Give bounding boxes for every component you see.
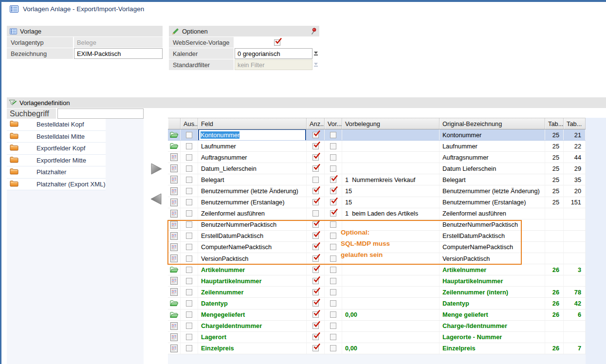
vorbelegung-cell[interactable] xyxy=(342,231,440,241)
vorbelegung-cell[interactable]: 0,00 xyxy=(342,309,440,320)
feld-edit-input[interactable]: Kontonummer xyxy=(198,129,306,140)
vorbelegung-cell[interactable] xyxy=(342,298,440,309)
vor-checkbox[interactable] xyxy=(330,132,336,138)
vorbelegung-cell[interactable] xyxy=(342,219,440,230)
feld-cell[interactable]: Belegart xyxy=(198,174,307,185)
table-row[interactable]: ZeilennummerZeilennummer (intern)2678 xyxy=(168,287,586,298)
vorbelegung-cell[interactable]: 1 Nummernkreis Verkauf xyxy=(342,174,440,185)
anz-checkbox[interactable] xyxy=(312,334,319,340)
table-row[interactable]: Mengegeliefert0,00Menge geliefert266 xyxy=(168,309,586,321)
aus-checkbox[interactable] xyxy=(186,132,192,138)
vorbelegung-cell[interactable] xyxy=(342,129,440,140)
table-row[interactable]: VersionPacktischVersionPacktisch xyxy=(168,253,586,264)
move-right-button[interactable] xyxy=(149,162,164,176)
table-row[interactable]: ErstellDatumPacktischErstellDatumPacktis… xyxy=(168,231,586,242)
vorbelegung-cell[interactable] xyxy=(342,287,440,297)
vorbelegung-cell[interactable] xyxy=(342,242,440,253)
vor-checkbox[interactable] xyxy=(330,199,336,205)
suchbegriff-input[interactable] xyxy=(58,109,145,118)
anz-checkbox[interactable] xyxy=(312,311,319,318)
aus-checkbox[interactable] xyxy=(186,334,192,340)
folder-list-item[interactable]: Platzhalter xyxy=(7,166,106,179)
vor-checkbox[interactable] xyxy=(330,323,336,329)
anz-checkbox[interactable] xyxy=(312,255,319,262)
aus-checkbox[interactable] xyxy=(186,345,192,351)
feld-cell[interactable]: Benutzernummer (letzte Änderung) xyxy=(198,185,307,196)
aus-checkbox[interactable] xyxy=(186,278,192,284)
vor-checkbox[interactable] xyxy=(330,345,336,351)
anz-checkbox[interactable] xyxy=(312,323,319,329)
vorbelegung-cell[interactable] xyxy=(342,275,440,286)
feld-cell[interactable]: Datum_Lieferschein xyxy=(198,163,307,174)
vor-checkbox[interactable] xyxy=(330,154,336,161)
table-row[interactable]: BenutzerNummerPacktischBenutzerNummerPac… xyxy=(168,219,586,231)
vor-checkbox[interactable] xyxy=(330,334,336,340)
anz-checkbox[interactable] xyxy=(312,267,319,273)
anz-checkbox[interactable] xyxy=(312,233,319,239)
vor-checkbox[interactable] xyxy=(330,210,336,217)
anz-checkbox[interactable] xyxy=(312,188,319,194)
column-header-anz[interactable]: Anz... xyxy=(307,118,325,129)
column-header-vor[interactable]: Vor... xyxy=(325,118,342,129)
vorbelegung-cell[interactable]: 15 xyxy=(342,197,440,208)
vor-checkbox[interactable] xyxy=(330,289,336,295)
vor-checkbox[interactable] xyxy=(330,188,336,194)
aus-checkbox[interactable] xyxy=(186,188,192,194)
table-row[interactable]: ComputerNamePacktischComputerNamePacktis… xyxy=(168,242,586,253)
vor-checkbox[interactable] xyxy=(330,278,336,284)
feld-cell[interactable]: Artikelnummer xyxy=(198,264,307,275)
folder-list-item[interactable]: Platzhalter (Export XML) xyxy=(7,179,106,191)
vorbelegung-cell[interactable]: 1 beim Laden des Artikels xyxy=(342,208,440,219)
vorbelegung-cell[interactable] xyxy=(342,264,440,275)
table-row[interactable]: ChargeIdentnummerCharge-/Identnummer xyxy=(168,321,586,332)
anz-checkbox[interactable] xyxy=(312,177,319,183)
column-header-icon[interactable] xyxy=(168,118,181,129)
vor-checkbox[interactable] xyxy=(330,143,336,149)
feld-cell[interactable]: Zeilenformel ausführen xyxy=(198,208,307,219)
folder-list-item[interactable]: Bestelldatei Kopf xyxy=(7,119,106,131)
table-row[interactable]: KontonummerKontonummer2521 xyxy=(168,129,586,141)
vorbelegung-cell[interactable]: 0,00 xyxy=(342,343,440,354)
column-header-original-bezeichnung[interactable]: Original-Bezeichnung xyxy=(440,118,545,129)
vor-checkbox[interactable] xyxy=(330,165,336,172)
aus-checkbox[interactable] xyxy=(186,311,192,318)
feld-cell[interactable]: ChargeIdentnummer xyxy=(198,321,307,331)
feld-cell[interactable]: Benutzernummer (Erstanlage) xyxy=(198,197,307,208)
aus-checkbox[interactable] xyxy=(186,199,192,205)
column-header-aus[interactable]: Aus... xyxy=(181,118,198,129)
feld-cell[interactable]: VersionPacktisch xyxy=(198,253,307,264)
feld-cell[interactable]: BenutzerNummerPacktisch xyxy=(198,219,307,230)
anz-checkbox[interactable] xyxy=(312,154,319,161)
anz-checkbox[interactable] xyxy=(312,244,319,250)
column-header-tab[interactable]: Tab... xyxy=(564,118,586,129)
aus-checkbox[interactable] xyxy=(186,300,192,307)
folder-list-item[interactable]: Bestelldatei Mitte xyxy=(7,131,106,143)
table-row[interactable]: HauptartikelnummerHauptartikelnummer xyxy=(168,275,586,287)
vor-checkbox[interactable] xyxy=(330,221,336,228)
vorbelegung-cell[interactable] xyxy=(342,253,440,264)
aus-checkbox[interactable] xyxy=(186,233,192,239)
folder-list-item[interactable]: Exportfelder Mitte xyxy=(7,155,106,167)
vorbelegung-cell[interactable] xyxy=(342,332,440,343)
aus-checkbox[interactable] xyxy=(186,143,192,149)
aus-checkbox[interactable] xyxy=(186,210,192,217)
table-row[interactable]: Zeilenformel ausführen1 beim Laden des A… xyxy=(168,208,586,219)
aus-checkbox[interactable] xyxy=(186,255,192,262)
feld-cell[interactable]: Laufnummer xyxy=(198,141,307,151)
anz-checkbox[interactable] xyxy=(312,278,319,284)
table-row[interactable]: Benutzernummer (letzte Änderung)15Benutz… xyxy=(168,185,586,197)
anz-checkbox[interactable] xyxy=(312,165,319,172)
vor-checkbox[interactable] xyxy=(330,177,336,183)
anz-checkbox[interactable] xyxy=(312,300,319,307)
table-row[interactable]: Datum_LieferscheinDatum Lieferschein2529 xyxy=(168,163,586,174)
table-row[interactable]: DatentypDatentyp2642 xyxy=(168,298,586,309)
anz-checkbox[interactable] xyxy=(312,345,319,351)
anz-checkbox[interactable] xyxy=(312,210,319,217)
table-row[interactable]: Benutzernummer (Erstanlage)15Benutzernum… xyxy=(168,197,586,208)
table-row[interactable]: Belegart1 Nummernkreis VerkaufBelegart25… xyxy=(168,174,586,185)
anz-checkbox[interactable] xyxy=(312,199,319,205)
pushpin-icon[interactable] xyxy=(311,28,316,35)
anz-checkbox[interactable] xyxy=(312,289,319,295)
anz-checkbox[interactable] xyxy=(312,143,319,149)
webservice-checkbox[interactable] xyxy=(274,39,280,46)
